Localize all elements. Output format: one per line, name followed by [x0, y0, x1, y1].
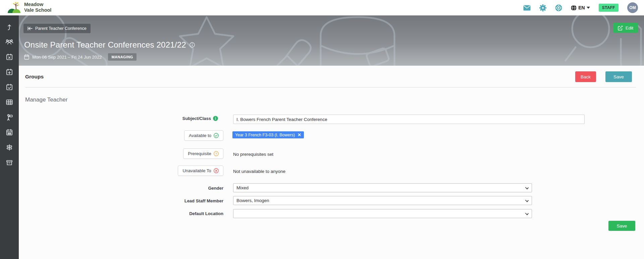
gender-label: Gender [113, 186, 223, 191]
edit-button[interactable]: Edit [613, 23, 638, 33]
available-to-button[interactable]: Available to [184, 130, 223, 141]
sidebar-item-participants[interactable] [3, 38, 16, 46]
save-button-bottom[interactable]: Save [608, 221, 635, 231]
question-circle-icon: ? [214, 151, 219, 156]
x-circle-icon [214, 168, 219, 173]
unavailable-to-button[interactable]: Unavailable To [178, 166, 223, 176]
chevron-down-icon [525, 186, 529, 189]
sidebar-nav [0, 15, 19, 259]
calendar-check-icon [6, 83, 13, 91]
gear-icon[interactable] [539, 4, 546, 11]
language-selector[interactable]: EN [571, 5, 590, 11]
up-arrow-icon [6, 23, 13, 30]
top-bar: Meadow Vale School [0, 0, 644, 15]
default-location-label: Default Location [113, 211, 223, 216]
prerequisite-button[interactable]: Prerequisite ? [183, 148, 223, 159]
info-icon[interactable] [190, 42, 195, 48]
globe-icon [571, 5, 577, 11]
chevron-down-icon [525, 199, 529, 202]
page-title: Onsite Parent Teacher Conferences 2021/2… [24, 40, 186, 50]
avatar[interactable]: OM [627, 2, 638, 13]
calendar-x-icon [6, 53, 13, 61]
sidebar-item-schedule[interactable] [3, 128, 16, 136]
chevron-down-icon [587, 7, 590, 9]
person-presenting-icon [6, 114, 13, 121]
prerequisite-value: No prerequisites set [233, 152, 273, 157]
check-circle-icon [214, 133, 219, 138]
svg-text:?: ? [215, 152, 217, 155]
lead-staff-select[interactable]: Bowers, Imogen [233, 196, 532, 205]
school-name: Meadow Vale School [24, 2, 51, 13]
sidebar-item-guidance[interactable] [3, 143, 16, 151]
sidebar-item-confirmed[interactable] [3, 83, 16, 91]
tag-remove-icon[interactable]: ✕ [298, 133, 301, 137]
form-title: Manage Teacher [25, 96, 67, 103]
lead-staff-selected-value: Bowers, Imogen [236, 198, 269, 203]
edit-button-label: Edit [626, 25, 633, 30]
chevron-down-icon [525, 212, 529, 215]
lead-staff-label: Lead Staff Member [113, 198, 223, 203]
table-icon [6, 99, 13, 106]
groups-section-title: Groups [25, 74, 44, 80]
event-date-range: Mon 06 Sep 2021 – Fri 24 Jun 2022 [32, 55, 102, 60]
sidebar-item-new-event[interactable] [3, 68, 16, 76]
subject-class-input[interactable] [233, 115, 585, 124]
gender-selected-value: Mixed [236, 185, 249, 190]
sidebar-item-table[interactable] [3, 98, 16, 106]
header-back-label: Parent Teacher Conference [35, 26, 87, 31]
mail-icon[interactable] [523, 5, 531, 11]
info-filled-icon[interactable] [213, 116, 218, 121]
archive-box-icon [6, 159, 13, 166]
default-location-select[interactable] [233, 209, 532, 218]
help-icon[interactable] [555, 4, 562, 11]
header-back-button[interactable]: Parent Teacher Conference [23, 24, 91, 33]
tag-label: Year 3 French F3-03 (I. Bowers) [235, 133, 295, 137]
school-logo[interactable]: Meadow Vale School [7, 1, 51, 13]
sidebar-item-back[interactable] [3, 23, 16, 31]
page-header: Parent Teacher Conference Edit Onsite Pa… [19, 15, 644, 66]
back-button[interactable]: Back [575, 71, 596, 82]
arrow-left-bar-icon [28, 26, 33, 30]
sidebar-item-archive[interactable] [3, 158, 16, 167]
app-window: Meadow Vale School [0, 0, 644, 259]
edit-pencil-icon [618, 25, 623, 30]
section-divider [25, 87, 636, 87]
main-content: Groups Back Save Manage Teacher Subject/… [19, 66, 644, 259]
calendar-plus-icon [6, 68, 13, 76]
language-code: EN [578, 5, 585, 10]
save-button-top[interactable]: Save [605, 71, 632, 82]
sidebar-item-cancellations[interactable] [3, 53, 16, 61]
calendar-icon [24, 54, 29, 60]
unavailable-to-value: Not unavailable to anyone [233, 169, 285, 174]
calendar-month-icon [6, 129, 13, 136]
status-badge: MANAGING [108, 53, 136, 61]
available-to-tag: Year 3 French F3-03 (I. Bowers) ✕ [232, 131, 304, 138]
staff-badge[interactable]: STAFF [599, 4, 619, 12]
sidebar-item-teaching[interactable] [3, 113, 16, 121]
hills-tree-logo-icon [7, 1, 21, 13]
gender-select[interactable]: Mixed [233, 183, 532, 192]
subject-class-label: Subject/Class [107, 116, 218, 121]
people-icon [5, 38, 13, 46]
signpost-icon [6, 144, 13, 151]
